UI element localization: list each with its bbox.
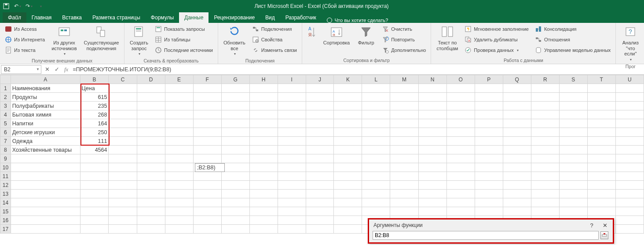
dialog-range-input[interactable] (373, 231, 599, 240)
cell[interactable] (531, 207, 559, 216)
cell[interactable] (137, 163, 165, 172)
cell[interactable] (221, 146, 249, 154)
cell[interactable] (418, 172, 446, 181)
cell[interactable] (109, 181, 137, 190)
cell[interactable] (249, 93, 278, 102)
worksheet[interactable]: ABCDEFGHIJKLMNOPQRSTU1НаименованияЦена2П… (0, 75, 644, 245)
cell[interactable] (418, 84, 446, 93)
cell[interactable] (390, 154, 418, 163)
cell[interactable] (587, 163, 615, 172)
row-header[interactable]: 16 (0, 216, 11, 225)
cell[interactable]: 268 (80, 110, 109, 119)
cell[interactable] (306, 216, 334, 225)
cell[interactable] (446, 207, 475, 216)
cell[interactable] (165, 137, 193, 146)
cell[interactable] (11, 172, 80, 181)
cell[interactable] (11, 198, 80, 207)
row-header[interactable]: 8 (0, 146, 11, 154)
cell[interactable] (362, 181, 390, 190)
cell[interactable] (503, 154, 531, 163)
cell[interactable] (362, 102, 390, 110)
cell[interactable] (137, 84, 165, 93)
from-access-button[interactable]: Из Access (4, 24, 46, 34)
cell[interactable] (137, 181, 165, 190)
cell[interactable] (137, 154, 165, 163)
cell[interactable] (249, 181, 278, 190)
cell[interactable] (615, 146, 644, 154)
flash-fill-button[interactable]: Мгновенное заполнение (463, 24, 530, 34)
cell[interactable] (362, 163, 390, 172)
tab-developer[interactable]: Разработчик (280, 12, 322, 23)
column-header[interactable]: U (615, 75, 644, 84)
cell[interactable] (221, 84, 249, 93)
filter-button[interactable]: Фильтр (355, 24, 377, 47)
tab-review[interactable]: Рецензирование (209, 12, 260, 23)
cell[interactable]: Напитки (11, 119, 80, 128)
cell[interactable] (446, 102, 475, 110)
tab-home[interactable]: Главная (26, 12, 57, 23)
cell[interactable] (418, 119, 446, 128)
cell[interactable] (531, 190, 559, 198)
cell[interactable] (559, 172, 587, 181)
cell[interactable] (334, 190, 362, 198)
cell[interactable] (109, 128, 137, 137)
cell[interactable] (334, 110, 362, 119)
cell[interactable] (475, 137, 503, 146)
cell[interactable] (137, 119, 165, 128)
cell[interactable] (278, 110, 306, 119)
cell[interactable] (165, 225, 193, 234)
select-all-corner[interactable] (0, 75, 11, 84)
column-header[interactable]: N (418, 75, 446, 84)
cell[interactable] (221, 154, 249, 163)
cell[interactable] (446, 181, 475, 190)
cell[interactable] (503, 181, 531, 190)
cell[interactable] (249, 154, 278, 163)
cell[interactable] (475, 93, 503, 102)
cell[interactable] (615, 190, 644, 198)
cell[interactable] (137, 225, 165, 234)
cell[interactable] (109, 137, 137, 146)
cell[interactable] (390, 128, 418, 137)
cell[interactable] (334, 207, 362, 216)
cell[interactable] (165, 181, 193, 190)
cell[interactable]: Полуфабрикаты (11, 102, 80, 110)
column-header[interactable]: P (475, 75, 503, 84)
cell[interactable] (587, 207, 615, 216)
row-header[interactable]: 2 (0, 93, 11, 102)
cell[interactable] (306, 181, 334, 190)
cell[interactable] (418, 154, 446, 163)
dialog-close-button[interactable]: ✕ (600, 222, 610, 229)
cell[interactable] (531, 93, 559, 102)
grid[interactable]: ABCDEFGHIJKLMNOPQRSTU1НаименованияЦена2П… (0, 75, 644, 234)
cell[interactable] (221, 172, 249, 181)
cell[interactable] (334, 119, 362, 128)
cell[interactable] (587, 146, 615, 154)
cell[interactable] (334, 216, 362, 225)
cell[interactable] (278, 163, 306, 172)
cell[interactable] (193, 190, 221, 198)
cell[interactable] (137, 110, 165, 119)
cell[interactable] (221, 198, 249, 207)
cell[interactable] (615, 225, 644, 234)
cell[interactable] (334, 181, 362, 190)
cell[interactable] (80, 172, 109, 181)
cell[interactable] (446, 128, 475, 137)
cell[interactable] (334, 137, 362, 146)
row-header[interactable]: 17 (0, 225, 11, 234)
cell[interactable] (587, 119, 615, 128)
cell[interactable] (390, 190, 418, 198)
cell[interactable] (109, 102, 137, 110)
cell[interactable] (615, 163, 644, 172)
row-header[interactable]: 1 (0, 84, 11, 93)
cell[interactable] (587, 172, 615, 181)
cell[interactable] (109, 119, 137, 128)
cell[interactable] (278, 137, 306, 146)
cell[interactable] (334, 146, 362, 154)
column-header[interactable]: O (446, 75, 475, 84)
cell[interactable] (587, 128, 615, 137)
formula-input[interactable]: =ПРОМЕЖУТОЧНЫЕ.ИТОГИ(9;B2:B8) (71, 66, 644, 73)
cell[interactable] (306, 163, 334, 172)
cell[interactable] (362, 84, 390, 93)
dialog-help-button[interactable]: ? (586, 222, 597, 229)
cell[interactable] (137, 190, 165, 198)
